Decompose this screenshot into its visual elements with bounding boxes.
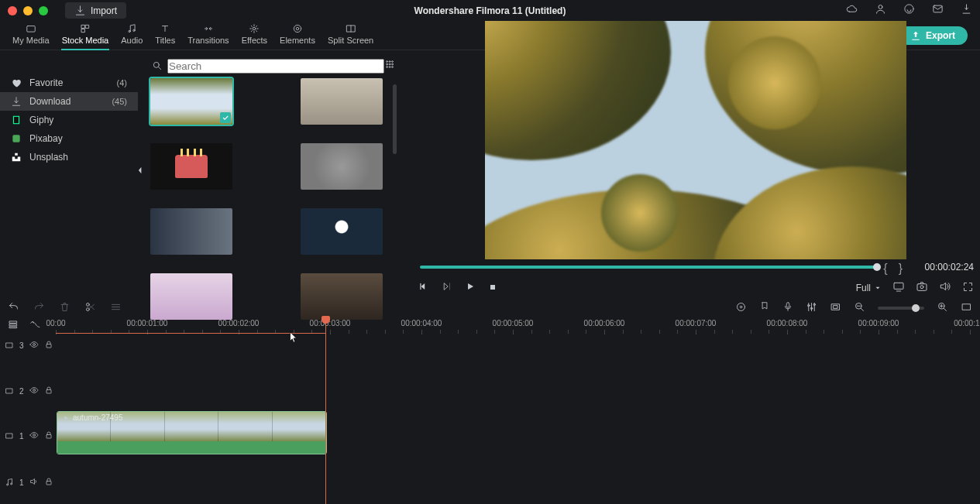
- svg-rect-3: [27, 26, 36, 33]
- split-clip-button[interactable]: [84, 301, 96, 316]
- delete-button[interactable]: [59, 301, 70, 316]
- support-icon[interactable]: [903, 3, 915, 18]
- clip-name: autumn-27495: [73, 413, 123, 422]
- sidebar-item-pixabay[interactable]: Pixabay: [0, 129, 138, 148]
- zoom-slider[interactable]: [878, 307, 924, 310]
- play-button[interactable]: [465, 281, 476, 295]
- zoom-out-button[interactable]: [854, 301, 865, 316]
- auto-ripple-button[interactable]: [29, 319, 40, 333]
- ruler-label: 00:00:09:00: [858, 319, 899, 327]
- tab-effects[interactable]: Effects: [236, 22, 273, 50]
- tab-split-screen[interactable]: Split Screen: [322, 22, 380, 50]
- sidebar-item-label: Pixabay: [29, 133, 63, 144]
- stop-button[interactable]: [488, 281, 497, 295]
- playhead-handle[interactable]: [322, 316, 330, 324]
- mark-in-button[interactable]: {: [883, 262, 887, 276]
- track-lock-toggle[interactable]: [44, 430, 53, 441]
- voiceover-button[interactable]: [782, 301, 793, 315]
- mixer-button[interactable]: [806, 301, 817, 316]
- svg-point-10: [294, 25, 301, 32]
- track-lock-toggle[interactable]: [44, 386, 53, 396]
- grid-view-toggle[interactable]: [384, 59, 395, 73]
- redo-button[interactable]: [33, 301, 45, 316]
- zoom-fit-button[interactable]: [961, 301, 972, 316]
- sidebar-item-unsplash[interactable]: Unsplash: [0, 148, 138, 166]
- work-area-indicator: [56, 333, 326, 334]
- svg-rect-6: [81, 29, 84, 33]
- track-lock-toggle[interactable]: [44, 477, 53, 488]
- pixabay-icon: [11, 133, 22, 144]
- media-thumb-autumn-trees[interactable]: [150, 78, 232, 125]
- svg-point-25: [387, 67, 388, 68]
- minimize-window-button[interactable]: [23, 6, 33, 15]
- track-visibility-toggle[interactable]: [29, 430, 39, 441]
- audio-track-icon: [5, 478, 14, 487]
- render-button[interactable]: [735, 301, 747, 316]
- tab-titles[interactable]: Titles: [149, 22, 181, 50]
- preview-quality-select[interactable]: Full: [856, 283, 882, 293]
- preview-progress-knob[interactable]: [873, 263, 881, 271]
- export-label: Export: [926, 30, 955, 41]
- tab-label: Audio: [121, 36, 143, 45]
- prev-frame-button[interactable]: [418, 281, 429, 295]
- svg-marker-16: [139, 167, 142, 173]
- svg-rect-29: [420, 283, 421, 290]
- tab-audio[interactable]: Audio: [115, 22, 149, 50]
- step-button[interactable]: [442, 281, 452, 295]
- media-thumb-birthday-cake[interactable]: [150, 143, 232, 190]
- tab-my-media[interactable]: My Media: [6, 22, 56, 50]
- snapshot-button[interactable]: [916, 280, 928, 296]
- sidebar-item-label: Unsplash: [29, 152, 68, 163]
- svg-line-58: [861, 308, 863, 310]
- svg-rect-69: [46, 345, 51, 348]
- download-icon: [11, 96, 22, 107]
- media-thumb-car-wheel[interactable]: [150, 208, 232, 255]
- track-lock-toggle[interactable]: [44, 340, 53, 351]
- fullscreen-button[interactable]: [962, 281, 974, 296]
- track-head-v1: 1: [5, 428, 53, 444]
- zoom-in-button[interactable]: [937, 301, 948, 316]
- more-tools-button[interactable]: [110, 301, 122, 316]
- export-button[interactable]: Export: [898, 26, 968, 45]
- cloud-icon[interactable]: [846, 3, 858, 18]
- message-icon[interactable]: [932, 3, 944, 18]
- tab-transitions[interactable]: Transitions: [181, 22, 235, 50]
- media-thumb-moonlight[interactable]: [301, 208, 383, 255]
- search-input[interactable]: [167, 59, 384, 74]
- sidebar-item-giphy[interactable]: Giphy: [0, 111, 138, 129]
- sidebar-item-label: Favorite: [29, 77, 63, 88]
- marker-button[interactable]: [759, 301, 770, 315]
- volume-button[interactable]: [939, 280, 951, 296]
- activity-icon[interactable]: [961, 3, 972, 18]
- cursor-indicator: [289, 331, 298, 346]
- mark-out-button[interactable]: }: [899, 262, 903, 276]
- display-toggle-button[interactable]: [892, 280, 905, 296]
- crop-button[interactable]: [830, 301, 841, 316]
- track-visibility-toggle[interactable]: [29, 340, 39, 351]
- track-manager-button[interactable]: [8, 319, 19, 333]
- track-mute-toggle[interactable]: [29, 477, 39, 488]
- import-button[interactable]: Import: [65, 2, 126, 19]
- timeline-clip[interactable]: autumn-27495: [57, 411, 327, 454]
- undo-button[interactable]: [8, 301, 19, 316]
- zoom-knob[interactable]: [912, 304, 920, 312]
- sidebar-item-favorite[interactable]: Favorite (4): [0, 74, 138, 92]
- account-icon[interactable]: [875, 3, 886, 18]
- collapse-sidebar-button[interactable]: [136, 159, 144, 182]
- playhead[interactable]: [325, 316, 326, 504]
- browser-scrollbar[interactable]: [393, 84, 397, 154]
- sidebar-item-download[interactable]: Download (45): [0, 92, 138, 111]
- media-browser: [150, 78, 398, 293]
- close-window-button[interactable]: [8, 6, 17, 15]
- split-icon: [344, 23, 358, 34]
- tab-stock-media[interactable]: Stock Media: [56, 22, 115, 50]
- tab-elements[interactable]: Elements: [273, 22, 322, 50]
- svg-point-8: [133, 29, 135, 31]
- media-thumb-cyclist[interactable]: [301, 78, 383, 125]
- svg-point-45: [738, 303, 745, 310]
- track-head-v2: 2: [5, 383, 53, 399]
- preview-progress-bar[interactable]: [420, 266, 878, 269]
- track-visibility-toggle[interactable]: [29, 386, 39, 396]
- maximize-window-button[interactable]: [39, 6, 48, 15]
- media-thumb-abstract-spiral[interactable]: [301, 143, 383, 190]
